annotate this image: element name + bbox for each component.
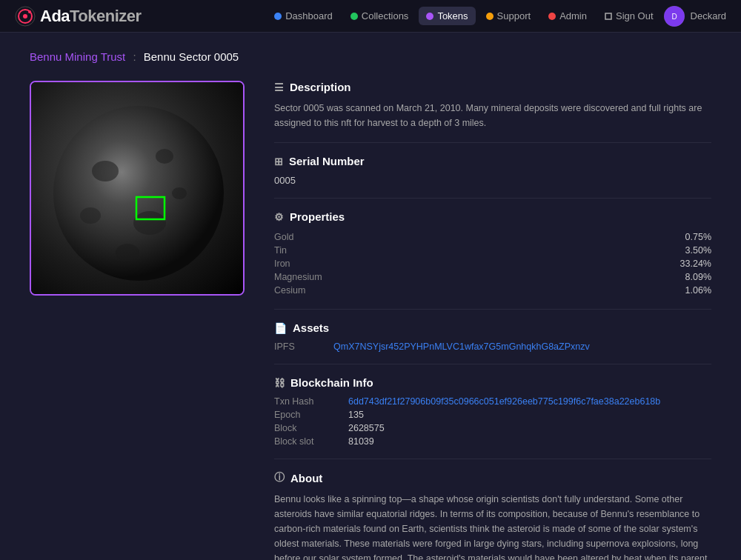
token-image-panel [30, 81, 252, 560]
nav-support[interactable]: Support [479, 7, 539, 25]
block-value: 2628575 [348, 423, 385, 433]
avatar[interactable]: D [664, 6, 685, 27]
about-icon: ⓘ [274, 471, 285, 484]
svg-point-7 [486, 13, 494, 20]
section-serial: ⊞ Serial Number 0005 [274, 143, 711, 199]
support-icon [486, 13, 494, 20]
nav-dashboard[interactable]: Dashboard [267, 7, 340, 25]
section-blockchain: ⛓ Blockchain Info Txn Hash 6dd743df21f27… [274, 364, 711, 459]
svg-point-13 [92, 161, 119, 181]
ipfs-link[interactable]: QmX7NSYjsr452PYHPnMLVC1wfax7G5mGnhqkhG8a… [333, 341, 590, 352]
main-content: Bennu Mining Trust : Bennu Sector 0005 [0, 33, 741, 560]
blockslot-value: 81039 [348, 436, 374, 447]
section-description: ☰ Description Sector 0005 was scanned on… [274, 81, 711, 143]
prop-name: Tin [274, 245, 287, 256]
svg-point-4 [274, 13, 282, 20]
about-text: Bennu looks like a spinning top—a shape … [274, 492, 711, 560]
prop-name: Magnesium [274, 272, 322, 282]
blockchain-title: ⛓ Blockchain Info [274, 376, 711, 389]
ipfs-label: IPFS [274, 341, 319, 352]
details-panel: ☰ Description Sector 0005 was scanned on… [274, 81, 711, 560]
properties-table: Gold0.75%Tin3.50%Iron33.24%Magnesium8.09… [274, 230, 711, 297]
prop-value: 1.06% [685, 285, 711, 296]
asset-row-ipfs: IPFS QmX7NSYjsr452PYHPnMLVC1wfax7G5mGnhq… [274, 341, 711, 352]
nav-admin[interactable]: Admin [541, 7, 594, 25]
section-about: ⓘ About Bennu looks like a spinning top—… [274, 459, 711, 560]
assets-title: 📄 Assets [274, 321, 711, 334]
blockchain-icon: ⛓ [274, 377, 285, 389]
serial-value: 0005 [274, 175, 711, 186]
serial-title: ⊞ Serial Number [274, 155, 711, 167]
bc-block-row: Block 2628575 [274, 423, 711, 433]
epoch-value: 135 [348, 410, 364, 420]
svg-point-17 [172, 187, 187, 199]
nav-collections[interactable]: Collections [343, 7, 416, 25]
property-row: Magnesium8.09% [274, 270, 711, 284]
serial-icon: ⊞ [274, 156, 283, 167]
bc-txn-row: Txn Hash 6dd743df21f27906b09f35c0966c051… [274, 396, 711, 407]
admin-icon [548, 13, 556, 20]
navigation: AdaTokenizer Dashboard Collections Token… [0, 0, 741, 33]
svg-point-14 [156, 149, 173, 164]
breadcrumb: Bennu Mining Trust : Bennu Sector 0005 [30, 50, 711, 63]
epoch-label: Epoch [274, 410, 333, 420]
nav-tokens[interactable]: Tokens [419, 7, 475, 25]
svg-point-16 [80, 207, 101, 224]
svg-point-6 [426, 13, 433, 20]
properties-icon: ⚙ [274, 211, 284, 223]
svg-point-8 [548, 13, 556, 20]
bc-epoch-row: Epoch 135 [274, 410, 711, 420]
logo[interactable]: AdaTokenizer [15, 6, 142, 27]
bc-blockslot-row: Block slot 81039 [274, 436, 711, 447]
prop-name: Iron [274, 259, 290, 269]
prop-name: Cesium [274, 285, 305, 296]
prop-value: 0.75% [685, 232, 711, 242]
svg-point-18 [116, 244, 139, 261]
svg-point-3 [28, 10, 31, 13]
user-name: Deckard [691, 10, 726, 21]
breadcrumb-collection[interactable]: Bennu Mining Trust [30, 50, 125, 63]
property-row: Gold0.75% [274, 230, 711, 244]
prop-value: 8.09% [685, 272, 711, 282]
logo-icon [15, 6, 36, 27]
logo-text: AdaTokenizer [40, 7, 142, 26]
property-row: Iron33.24% [274, 257, 711, 270]
txn-label: Txn Hash [274, 396, 333, 407]
section-properties: ⚙ Properties Gold0.75%Tin3.50%Iron33.24%… [274, 199, 711, 310]
description-text: Sector 0005 was scanned on March 21, 201… [274, 101, 711, 130]
prop-value: 3.50% [685, 245, 711, 256]
svg-point-2 [23, 14, 27, 19]
collections-icon [350, 13, 358, 20]
description-icon: ☰ [274, 81, 284, 93]
property-row: Tin3.50% [274, 244, 711, 257]
svg-rect-9 [605, 13, 611, 19]
nav-signout[interactable]: Sign Out [597, 7, 661, 25]
assets-icon: 📄 [274, 322, 287, 334]
dashboard-icon [274, 13, 282, 20]
signout-icon [605, 13, 612, 20]
block-label: Block [274, 423, 333, 433]
prop-value: 33.24% [680, 259, 711, 269]
blockchain-rows: Txn Hash 6dd743df21f27906b09f35c0966c051… [274, 396, 711, 447]
nav-items: Dashboard Collections Tokens Support Adm… [267, 6, 726, 27]
txn-hash[interactable]: 6dd743df21f27906b09f35c0966c051ef926eeb7… [348, 396, 660, 407]
blockslot-label: Block slot [274, 436, 333, 447]
about-title: ⓘ About [274, 471, 711, 484]
svg-text:D: D [671, 13, 677, 21]
properties-title: ⚙ Properties [274, 210, 711, 223]
property-row: Cesium1.06% [274, 284, 711, 297]
svg-point-15 [133, 211, 166, 235]
token-image [31, 82, 243, 294]
asteroid-svg [31, 82, 245, 296]
description-title: ☰ Description [274, 81, 711, 93]
tokens-icon [426, 13, 433, 20]
content-grid: ☰ Description Sector 0005 was scanned on… [30, 81, 711, 560]
prop-name: Gold [274, 232, 293, 242]
svg-point-5 [350, 13, 358, 20]
section-assets: 📄 Assets IPFS QmX7NSYjsr452PYHPnMLVC1wfa… [274, 310, 711, 364]
breadcrumb-separator: : [133, 50, 139, 63]
breadcrumb-item: Bennu Sector 0005 [144, 50, 239, 63]
token-image-container [30, 81, 245, 296]
